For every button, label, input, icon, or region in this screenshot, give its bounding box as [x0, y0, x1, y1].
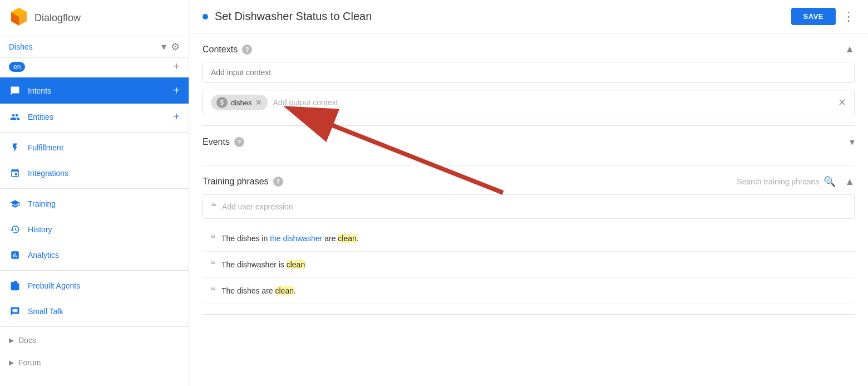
more-options-icon[interactable]: ⋮ [842, 9, 855, 24]
phrase-2-highlight: clean [287, 260, 305, 269]
contexts-help-icon[interactable]: ? [242, 45, 252, 55]
nav-divider-4 [0, 326, 189, 327]
phrase-row-1[interactable]: ❝ The dishes in the dishwasher are clean… [203, 226, 855, 252]
quote-icon-1: ❝ [210, 232, 216, 245]
history-label: History [28, 225, 52, 234]
contexts-title-row: Contexts ? [203, 45, 252, 55]
events-section: Events ? ▾ [203, 126, 855, 165]
phrase-3-part-2: . [294, 286, 296, 295]
search-phrases-area: Search training phrases 🔍 [737, 175, 836, 188]
add-lang-icon[interactable]: + [173, 60, 180, 73]
events-collapse-icon[interactable]: ▾ [850, 136, 855, 148]
status-dot [203, 14, 208, 19]
output-context-placeholder[interactable]: Add output context [273, 98, 832, 107]
sidebar-item-integrations[interactable]: Integrations [0, 160, 189, 186]
sidebar-item-training[interactable]: Training [0, 191, 189, 217]
prebuilt-icon [9, 280, 21, 292]
context-tag-close-icon[interactable]: ✕ [255, 98, 262, 107]
sidebar-item-smalltalk[interactable]: Small Talk [0, 299, 189, 324]
phrase-2-part-1: The dishwasher is [221, 260, 287, 269]
phrase-1-highlight: clean [338, 234, 356, 243]
main-header: Set Dishwasher Status to Clean SAVE ⋮ [189, 0, 868, 33]
output-context-row-close-icon[interactable]: ✕ [838, 96, 846, 109]
training-help-icon[interactable]: ? [273, 177, 283, 187]
search-icon[interactable]: 🔍 [823, 175, 836, 188]
lang-row: en + [0, 58, 189, 77]
input-context-field[interactable] [203, 62, 855, 83]
fulfillment-icon [9, 141, 21, 154]
quote-icon-add: ❝ [211, 201, 216, 213]
training-phrases-section: Training phrases ? Search training phras… [203, 165, 855, 315]
contexts-section: Contexts ? ▲ 5 dishes ✕ Add output conte… [203, 33, 855, 126]
events-title: Events [203, 137, 230, 147]
docs-label: Docs [18, 336, 36, 345]
add-expression-row[interactable]: ❝ Add user expression [203, 194, 855, 219]
settings-icon[interactable]: ⚙ [171, 41, 180, 53]
integrations-icon [9, 167, 21, 179]
events-title-row: Events ? [203, 137, 244, 147]
dialogflow-logo-icon [9, 8, 29, 28]
project-actions: ▾ ⚙ [161, 41, 180, 53]
training-icon [9, 198, 21, 210]
nav-divider-1 [0, 132, 189, 133]
content-body: Contexts ? ▲ 5 dishes ✕ Add output conte… [189, 33, 868, 315]
forum-label: Forum [18, 358, 41, 367]
intents-plus-icon[interactable]: + [173, 84, 180, 97]
nav-divider-2 [0, 188, 189, 189]
history-icon [9, 223, 21, 236]
events-help-icon[interactable]: ? [234, 137, 244, 147]
sidebar-item-forum[interactable]: ▶ Forum [0, 351, 189, 374]
phrase-text-3: The dishes are clean. [221, 286, 296, 295]
sidebar-item-fulfillment[interactable]: Fulfillment [0, 135, 189, 160]
sidebar-item-analytics[interactable]: Analytics [0, 242, 189, 268]
contexts-header: Contexts ? ▲ [203, 43, 855, 55]
sidebar-item-history[interactable]: History [0, 217, 189, 242]
docs-chevron-icon: ▶ [9, 336, 14, 344]
header-actions: SAVE ⋮ [791, 8, 855, 25]
phrase-3-highlight: clean [275, 286, 294, 295]
save-button[interactable]: SAVE [791, 8, 836, 25]
dropdown-icon[interactable]: ▾ [161, 41, 166, 53]
analytics-icon [9, 249, 21, 261]
training-collapse-icon[interactable]: ▲ [845, 176, 855, 188]
quote-icon-3: ❝ [210, 285, 216, 297]
quote-icon-2: ❝ [210, 258, 216, 271]
project-name[interactable]: Dishes [9, 42, 33, 51]
training-header: Training phrases ? Search training phras… [203, 175, 855, 188]
sidebar-item-docs[interactable]: ▶ Docs [0, 329, 189, 351]
entities-icon [9, 111, 21, 123]
phrase-text-2: The dishwasher is clean [221, 260, 305, 269]
main-content: Set Dishwasher Status to Clean SAVE ⋮ Co… [189, 0, 868, 386]
forum-chevron-icon: ▶ [9, 359, 14, 367]
output-context-row: 5 dishes ✕ Add output context ✕ [203, 90, 855, 115]
contexts-title: Contexts [203, 45, 238, 55]
prebuilt-label: Prebuilt Agents [28, 281, 80, 290]
training-header-right: Search training phrases 🔍 ▲ [737, 175, 855, 188]
phrase-text-1: The dishes in the dishwasher are clean. [221, 234, 359, 243]
sidebar-item-prebuilt[interactable]: Prebuilt Agents [0, 273, 189, 299]
entities-plus-icon[interactable]: + [173, 110, 180, 123]
training-phrases-title: Training phrases [203, 177, 269, 187]
phrase-1-part-2: are [322, 234, 338, 243]
training-label: Training [28, 199, 56, 208]
nav-divider-3 [0, 270, 189, 271]
lang-badge[interactable]: en [9, 62, 25, 72]
entities-label: Entities [28, 113, 53, 121]
sidebar: Dialogflow Dishes ▾ ⚙ en + Intents + En [0, 0, 189, 386]
phrase-row-3[interactable]: ❝ The dishes are clean. [203, 278, 855, 304]
search-placeholder-text: Search training phrases [737, 177, 819, 186]
events-header: Events ? ▾ [203, 136, 855, 148]
add-expression-placeholder: Add user expression [222, 202, 293, 211]
sidebar-item-entities[interactable]: Entities + [0, 104, 189, 130]
page-title: Set Dishwasher Status to Clean [215, 10, 372, 23]
phrase-3-part-1: The dishes are [221, 286, 275, 295]
phrase-row-2[interactable]: ❝ The dishwasher is clean [203, 252, 855, 278]
fulfillment-label: Fulfillment [28, 143, 63, 152]
context-badge-number: 5 [216, 97, 228, 108]
intents-icon [9, 85, 21, 97]
phrase-1-part-3: . [357, 234, 359, 243]
sidebar-item-intents[interactable]: Intents + [0, 77, 189, 104]
phrase-1-part-1: The dishes in [221, 234, 270, 243]
contexts-collapse-icon[interactable]: ▲ [845, 43, 855, 55]
title-row: Set Dishwasher Status to Clean [203, 10, 372, 23]
